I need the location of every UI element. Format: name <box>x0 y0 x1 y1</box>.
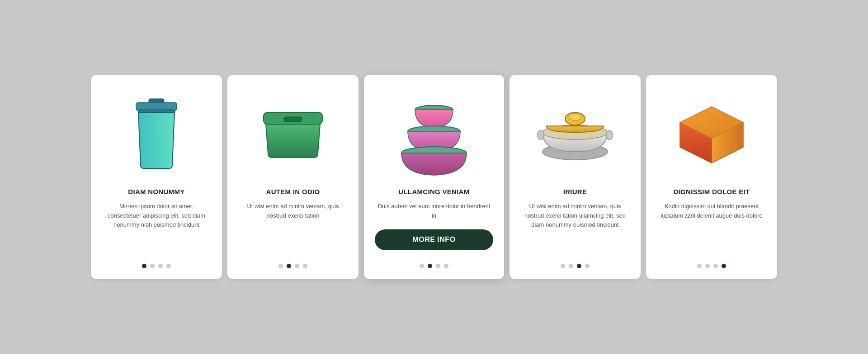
dot <box>436 264 440 268</box>
dot <box>569 264 573 268</box>
dot <box>303 264 307 268</box>
more-info-button[interactable]: MORE INFO <box>375 229 493 250</box>
card-5-title: DIGNISSIM DOLOE EIT <box>673 188 750 196</box>
dot <box>158 264 163 268</box>
dot <box>444 264 448 268</box>
dot <box>295 264 299 268</box>
card-4-title: IRIURE <box>563 188 587 196</box>
card-1-title: DIAM NONUMMY <box>128 188 184 196</box>
card-2-dots <box>278 259 307 268</box>
pot-icon <box>537 100 613 168</box>
dot <box>722 264 726 268</box>
card-2-text: Ut wisi enim ad minim veniam, quis nostr… <box>238 202 348 251</box>
dot <box>697 264 702 268</box>
cards-container: DIAM NONUMMY Morem ipsum dolor sit amet,… <box>64 57 804 298</box>
card-2: AUTEM IN ODIO Ut wisi enim ad minim veni… <box>227 75 359 279</box>
svg-rect-13 <box>606 130 613 140</box>
dot <box>142 264 146 268</box>
card-5-icon-area <box>657 88 766 179</box>
dot <box>428 264 432 268</box>
card-3-icon-area <box>375 88 493 179</box>
card-3-dots <box>420 259 448 268</box>
svg-rect-4 <box>284 117 302 121</box>
card-4: IRIURE Ut wisi enim ad minim veniam, qui… <box>509 75 641 279</box>
card-4-dots <box>561 259 590 268</box>
dot <box>287 264 291 268</box>
dot <box>150 264 155 268</box>
card-2-icon-area <box>238 88 348 179</box>
dot <box>577 264 581 268</box>
dot <box>705 264 710 268</box>
svg-rect-12 <box>538 130 544 140</box>
card-1-dots <box>142 259 171 268</box>
card-5-text: Kodio dignissim qui blandit praesent lup… <box>657 202 766 251</box>
card-5-dots <box>697 259 726 268</box>
box-icon <box>673 98 750 170</box>
card-3-text: Duis autem vel eum iriure dolor in hendr… <box>375 202 493 221</box>
card-1: DIAM NONUMMY Morem ipsum dolor sit amet,… <box>91 75 222 279</box>
dot <box>585 264 590 268</box>
card-4-text: Ut wisi enim ad minim veniam, quis nostr… <box>520 202 630 251</box>
svg-point-11 <box>569 113 581 121</box>
card-3: ULLAMCING VENIAM Duis autem vel eum iriu… <box>364 75 504 279</box>
container-icon <box>257 104 329 163</box>
card-2-title: AUTEM IN ODIO <box>266 188 320 196</box>
card-3-title: ULLAMCING VENIAM <box>398 188 469 196</box>
bin-icon <box>127 95 186 172</box>
dot <box>561 264 565 268</box>
card-1-text: Morem ipsum dolor sit amet, consectetuer… <box>102 202 211 251</box>
bowls-icon <box>393 91 475 177</box>
card-1-icon-area <box>102 88 211 179</box>
svg-rect-0 <box>149 99 164 102</box>
svg-rect-1 <box>136 102 177 111</box>
card-4-icon-area <box>520 88 630 179</box>
dot <box>166 264 171 268</box>
card-5: DIGNISSIM DOLOE EIT Kodio dignissim qui … <box>646 75 777 279</box>
dot <box>278 264 283 268</box>
dot <box>420 264 424 268</box>
dot <box>713 264 718 268</box>
